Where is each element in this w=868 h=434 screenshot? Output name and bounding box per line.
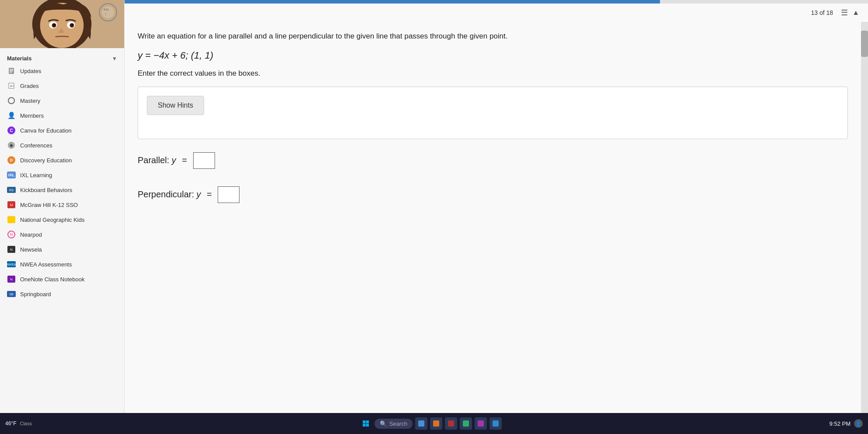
taskbar-app-1[interactable] [415,417,427,430]
question-area: Write an equation for a line parallel an… [125,22,861,434]
counter-label: 13 of 18 [811,9,833,16]
perpendicular-equals: = [205,189,215,200]
canva-icon: C [7,126,16,135]
user-avatar-icon: 👤 [855,421,861,427]
sidebar-item-kickboard[interactable]: Kb Kickboard Behaviors [0,182,124,197]
list-icon-button[interactable]: ☰ [838,7,851,18]
sidebar-item-grades[interactable]: A+ Grades [0,78,124,93]
class-label: Class [20,421,32,426]
parallel-input[interactable] [193,152,215,169]
equation-display: y = −4x + 6; (1, 1) [138,50,848,61]
svg-point-7 [54,24,56,25]
search-bar[interactable]: 🔍 Search [375,419,413,429]
svg-rect-20 [363,420,366,424]
springboard-label: Springboard [20,291,51,298]
content-wrapper: Write an equation for a line parallel an… [125,22,868,434]
conferences-label: Conferences [20,142,52,149]
progress-bar-container [125,0,868,4]
sidebar-item-members[interactable]: 👤 Members [0,108,124,123]
windows-button[interactable] [360,417,372,430]
user-avatar-taskbar[interactable]: 👤 [854,419,863,428]
hints-box: Show Hints [138,87,848,139]
perpendicular-row: Perpendicular: y = [138,186,848,203]
materials-label: Materials [7,55,31,62]
canva-label: Canva for Education [20,127,72,134]
sidebar-item-mcgraw[interactable]: M McGraw Hill K-12 SSO [0,197,124,212]
search-magnifier-icon: 🔍 [380,420,387,427]
onenote-icon: N [7,275,16,284]
taskbar-app-2[interactable] [430,417,442,430]
scrollbar-track[interactable]: ▼ [861,22,868,434]
grades-icon: A+ [7,81,16,90]
progress-bar-fill [125,0,660,4]
svg-rect-21 [366,420,369,424]
expand-button[interactable]: ▲ [851,8,861,18]
svg-rect-25 [433,420,439,427]
clock-time: 9:52 PM [830,420,851,427]
mcgraw-label: McGraw Hill K-12 SSO [20,202,78,208]
taskbar-app-3[interactable] [445,417,457,430]
sidebar-item-nwea[interactable]: NWEA NWEA Assessments [0,257,124,272]
perpendicular-label: Perpendicular: y [138,189,201,200]
temperature: 46°F [5,420,16,427]
sidebar-item-conferences[interactable]: ◉ Conferences [0,138,124,153]
taskbar-left: 46°F Class [5,420,32,427]
svg-text:fran: fran [104,8,109,11]
sidebar-item-canva[interactable]: C Canva for Education [0,123,124,138]
sidebar-item-newsela[interactable]: N Newsela [0,242,124,257]
ixl-label: IXL Learning [20,172,52,178]
materials-dropdown-arrow: ▼ [112,56,117,62]
sidebar: fran ·|· Materials ▼ Updates [0,0,125,434]
svg-rect-22 [363,424,366,427]
taskbar-app-5[interactable] [475,417,487,430]
taskbar: 46°F Class 🔍 Search [0,413,868,434]
taskbar-app-4[interactable] [460,417,472,430]
natgeo-label: National Geographic Kids [20,217,84,223]
sidebar-item-onenote[interactable]: N OneNote Class Notebook [0,272,124,287]
taskbar-center: 🔍 Search [360,417,502,430]
materials-header[interactable]: Materials ▼ [0,52,124,63]
question-instruction: Write an equation for a line parallel an… [138,31,848,42]
avatar: fran ·|· [0,0,124,48]
equation-text: y = −4x + 6; (1, 1) [138,50,213,61]
svg-rect-14 [10,69,13,70]
mcgraw-icon: M [7,200,16,209]
svg-rect-15 [10,70,13,71]
svg-text:·|·: ·|· [104,12,107,15]
springboard-icon: SB [7,290,16,298]
search-placeholder-text: Search [389,420,407,427]
discovery-label: Discovery Education [20,157,72,164]
taskbar-right: 9:52 PM 👤 [830,419,863,428]
mastery-label: Mastery [20,98,40,104]
sidebar-item-discovery[interactable]: D Discovery Education [0,153,124,168]
show-hints-button[interactable]: Show Hints [147,96,204,115]
newsela-icon: N [7,245,16,254]
nwea-label: NWEA Assessments [20,261,72,268]
sidebar-item-mastery[interactable]: Mastery [0,93,124,108]
sidebar-nav: Materials ▼ Updates A+ Grades [0,48,124,305]
answer-section: Parallel: y = Perpendicular: y = [138,152,848,203]
avatar-area: fran ·|· [0,0,124,48]
perpendicular-input[interactable] [218,186,240,203]
sidebar-item-updates[interactable]: Updates [0,63,124,78]
svg-rect-27 [463,420,469,427]
svg-rect-26 [448,420,454,427]
onenote-label: OneNote Class Notebook [20,276,84,283]
kickboard-icon: Kb [7,186,16,194]
conferences-icon: ◉ [7,141,16,150]
sidebar-item-natgeo[interactable]: National Geographic Kids [0,212,124,227]
scrollbar-thumb[interactable] [861,31,868,57]
sidebar-item-springboard[interactable]: SB Springboard [0,287,124,301]
svg-text:A+: A+ [10,84,14,88]
svg-rect-16 [10,72,12,73]
parallel-equals: = [180,155,190,165]
svg-rect-24 [418,420,424,427]
members-label: Members [20,112,44,119]
taskbar-app-6[interactable] [490,417,502,430]
sidebar-item-ixl[interactable]: IXL IXL Learning [0,168,124,182]
discovery-icon: D [7,156,16,164]
document-icon [7,66,16,75]
nwea-icon: NWEA [7,260,16,269]
weather-display: 46°F [5,420,16,427]
sidebar-item-nearpod[interactable]: N Nearpod [0,227,124,242]
